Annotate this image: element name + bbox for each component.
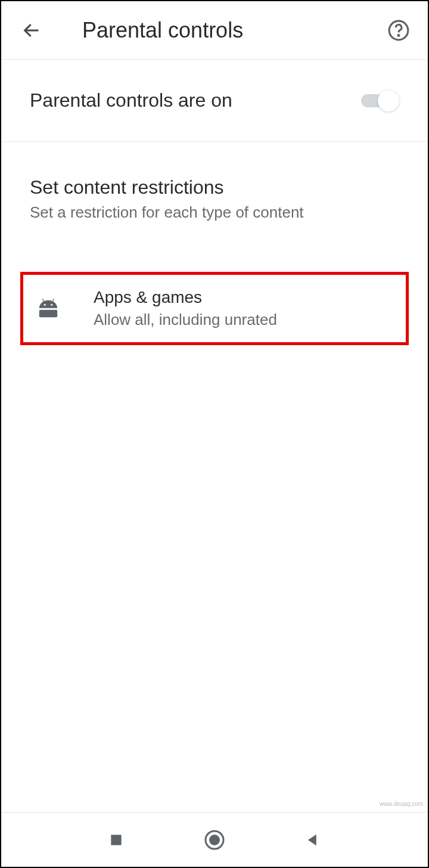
back-arrow-icon[interactable]	[21, 20, 42, 41]
list-item-title: Apps & games	[94, 288, 277, 307]
switch-thumb	[378, 90, 399, 111]
list-item-text: Apps & games Allow all, including unrate…	[94, 288, 277, 329]
nav-back-icon[interactable]	[301, 828, 325, 852]
android-icon	[35, 296, 61, 322]
parental-controls-switch[interactable]	[359, 90, 399, 111]
section-title: Set content restrictions	[30, 176, 399, 199]
page-title: Parental controls	[82, 18, 387, 43]
list-item-subtitle: Allow all, including unrated	[94, 311, 277, 329]
header-bar: Parental controls	[1, 1, 428, 60]
svg-rect-5	[39, 309, 57, 317]
nav-recent-icon[interactable]	[104, 828, 128, 852]
svg-point-4	[51, 303, 52, 305]
apps-games-item[interactable]: Apps & games Allow all, including unrate…	[20, 272, 409, 345]
watermark-text: www.deuaq.com	[380, 801, 423, 807]
toggle-label: Parental controls are on	[30, 89, 232, 111]
svg-rect-6	[111, 835, 121, 845]
section-header: Set content restrictions Set a restricti…	[1, 142, 428, 240]
section-subtitle: Set a restriction for each type of conte…	[30, 203, 399, 222]
help-icon[interactable]	[387, 19, 410, 42]
parental-controls-toggle-row: Parental controls are on	[1, 60, 428, 142]
svg-point-8	[209, 835, 220, 845]
svg-point-2	[398, 35, 399, 36]
android-nav-bar	[1, 812, 428, 867]
svg-point-3	[44, 303, 46, 305]
nav-home-icon[interactable]	[203, 828, 226, 852]
